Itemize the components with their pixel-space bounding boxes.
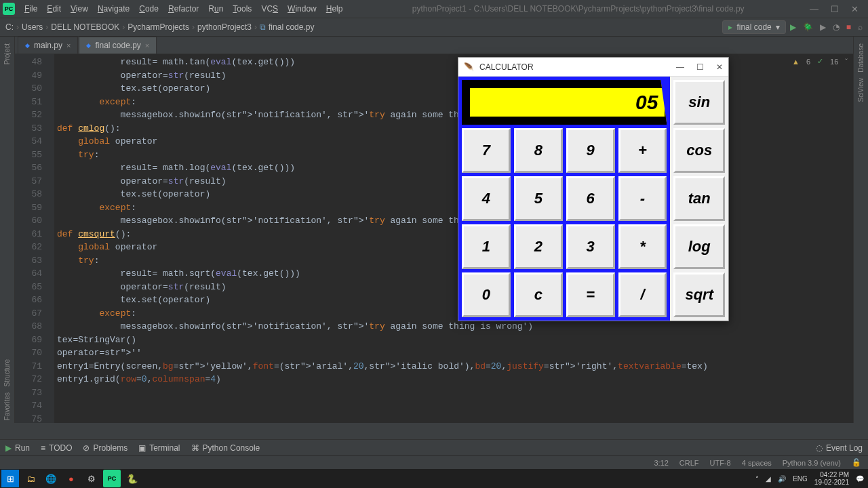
menu-run[interactable]: Run — [204, 2, 227, 16]
menu-file[interactable]: File — [20, 2, 41, 16]
system-clock[interactable]: 04:22 PM 19-02-2021 — [814, 471, 849, 486]
tab-final-code-py[interactable]: ◆ final code.py × — [79, 37, 157, 54]
rail-sciview[interactable]: SciView — [857, 75, 865, 104]
calc-btn-div[interactable]: / — [618, 272, 667, 317]
breadcrumb-item[interactable]: final code.py — [269, 22, 314, 32]
calc-btn-6[interactable]: 6 — [566, 176, 615, 221]
settings-icon[interactable]: ⚙ — [83, 470, 100, 487]
tab-close-icon[interactable]: × — [66, 41, 71, 49]
tool-terminal[interactable]: ▣Terminal — [138, 443, 180, 453]
calculator-window: 🪶 CALCULATOR — ☐ ✕ 05 7 8 9 + 4 5 6 - — [458, 57, 729, 321]
python-icon: ▸ — [728, 22, 732, 32]
calc-btn-log[interactable]: log — [673, 224, 725, 269]
status-caret-pos[interactable]: 3:12 — [654, 459, 668, 467]
python-file-icon: ◆ — [86, 42, 91, 49]
bottom-tool-bar: ▶Run ≡TODO ⊘Problems ▣Terminal ⌘Python C… — [0, 439, 868, 455]
start-button[interactable]: ⊞ — [1, 470, 19, 487]
left-tool-rail: Project Structure Favorites — [0, 37, 15, 423]
calc-btn-clear[interactable]: c — [514, 272, 563, 317]
tab-main-py[interactable]: ◆ main.py × — [18, 37, 78, 54]
window-title: pythonProject1 - C:\Users\DELL NOTEBOOK\… — [347, 4, 810, 14]
tool-event-log[interactable]: ◌Event Log — [816, 443, 863, 453]
chevron-down-icon: ▾ — [776, 22, 780, 32]
tab-close-icon[interactable]: × — [145, 41, 149, 49]
calc-btn-sin[interactable]: sin — [673, 80, 725, 125]
status-line-sep[interactable]: CRLF — [679, 459, 699, 467]
calc-close-icon[interactable]: ✕ — [716, 62, 723, 72]
run-icon[interactable]: ▶ — [790, 22, 796, 32]
calc-btn-sqrt[interactable]: sqrt — [673, 272, 725, 317]
close-icon[interactable]: ✕ — [851, 4, 859, 14]
stop-icon[interactable]: ■ — [846, 22, 851, 32]
calc-btn-5[interactable]: 5 — [514, 176, 563, 221]
code-area[interactable]: result= math.tan(eval(tex.get())) operat… — [57, 56, 853, 386]
calc-btn-9[interactable]: 9 — [566, 128, 615, 173]
rail-favorites[interactable]: Favorites — [3, 390, 11, 423]
breadcrumb-item[interactable]: Users — [22, 22, 43, 32]
record-icon[interactable]: ● — [62, 470, 80, 487]
tool-todo[interactable]: ≡TODO — [41, 443, 72, 453]
calc-btn-cos[interactable]: cos — [673, 128, 725, 173]
tool-problems[interactable]: ⊘Problems — [83, 443, 127, 453]
menu-view[interactable]: View — [66, 2, 92, 16]
maximize-icon[interactable]: ☐ — [831, 4, 839, 14]
rail-project[interactable]: Project — [3, 41, 11, 67]
calc-maximize-icon[interactable]: ☐ — [696, 62, 704, 72]
tray-language[interactable]: ENG — [793, 475, 808, 483]
notification-icon[interactable]: 💬 — [856, 475, 864, 483]
coverage-icon[interactable]: ▶ — [820, 22, 826, 32]
search-icon[interactable]: ⌕ — [858, 22, 863, 32]
calc-btn-8[interactable]: 8 — [514, 128, 563, 173]
calc-btn-plus[interactable]: + — [618, 128, 667, 173]
menu-code[interactable]: Code — [135, 2, 163, 16]
menu-tools[interactable]: Tools — [229, 2, 256, 16]
menu-refactor[interactable]: Refactor — [164, 2, 203, 16]
tool-run[interactable]: ▶Run — [5, 443, 30, 453]
minimize-icon[interactable]: — — [810, 4, 818, 14]
calc-btn-0[interactable]: 0 — [462, 272, 511, 317]
calc-minimize-icon[interactable]: — — [676, 62, 684, 72]
breadcrumb-item[interactable]: pythonProject3 — [197, 22, 252, 32]
tab-label: main.py — [34, 41, 62, 50]
chrome-icon[interactable]: 🌐 — [42, 470, 60, 487]
calc-btn-eq[interactable]: = — [566, 272, 615, 317]
calc-btn-mul[interactable]: * — [618, 224, 667, 269]
menu-edit[interactable]: Edit — [43, 2, 65, 16]
tray-network-icon[interactable]: ◢ — [766, 475, 771, 483]
calc-btn-2[interactable]: 2 — [514, 224, 563, 269]
inspection-widget[interactable]: ▲ 6 ✓ 16 ˇ — [792, 57, 848, 66]
calc-btn-3[interactable]: 3 — [566, 224, 615, 269]
breadcrumb-item[interactable]: C: — [5, 22, 14, 32]
menu-vcs[interactable]: VCS — [257, 2, 282, 16]
app-icon: PC — [3, 3, 15, 15]
menu-help[interactable]: Help — [322, 2, 347, 16]
status-interpreter[interactable]: Python 3.9 (venv) — [783, 459, 841, 467]
rail-database[interactable]: Database — [857, 41, 865, 75]
debug-icon[interactable]: 🪲 — [803, 22, 813, 32]
pycharm-task-icon[interactable]: PC — [103, 470, 121, 487]
run-config-dropdown[interactable]: ▸ final code ▾ — [722, 20, 785, 34]
tray-chevron-icon[interactable]: ˄ — [755, 475, 759, 483]
tool-python-console[interactable]: ⌘Python Console — [191, 443, 260, 453]
breadcrumb-item[interactable]: PycharmProjects — [127, 22, 189, 32]
file-explorer-icon[interactable]: 🗂 — [22, 470, 39, 487]
menu-navigate[interactable]: Navigate — [94, 2, 134, 16]
calc-btn-tan[interactable]: tan — [673, 176, 725, 221]
status-encoding[interactable]: UTF-8 — [710, 459, 731, 467]
calc-btn-1[interactable]: 1 — [462, 224, 511, 269]
warning-icon: ▲ — [792, 58, 800, 66]
breadcrumb-item[interactable]: DELL NOTEBOOK — [51, 22, 119, 32]
profile-icon[interactable]: ◔ — [833, 22, 840, 32]
editor-tabs: ◆ main.py × ◆ final code.py × — [0, 37, 868, 54]
status-indent[interactable]: 4 spaces — [742, 459, 772, 467]
calc-btn-4[interactable]: 4 — [462, 176, 511, 221]
tray-volume-icon[interactable]: 🔊 — [778, 475, 786, 483]
calc-btn-minus[interactable]: - — [618, 176, 667, 221]
lock-icon[interactable]: 🔓 — [852, 458, 861, 467]
calculator-titlebar[interactable]: 🪶 CALCULATOR — ☐ ✕ — [458, 58, 728, 77]
python-task-icon[interactable]: 🐍 — [123, 470, 141, 487]
calc-display[interactable]: 05 — [462, 80, 667, 125]
calc-btn-7[interactable]: 7 — [462, 128, 511, 173]
menu-window[interactable]: Window — [283, 2, 321, 16]
rail-structure[interactable]: Structure — [3, 357, 11, 390]
